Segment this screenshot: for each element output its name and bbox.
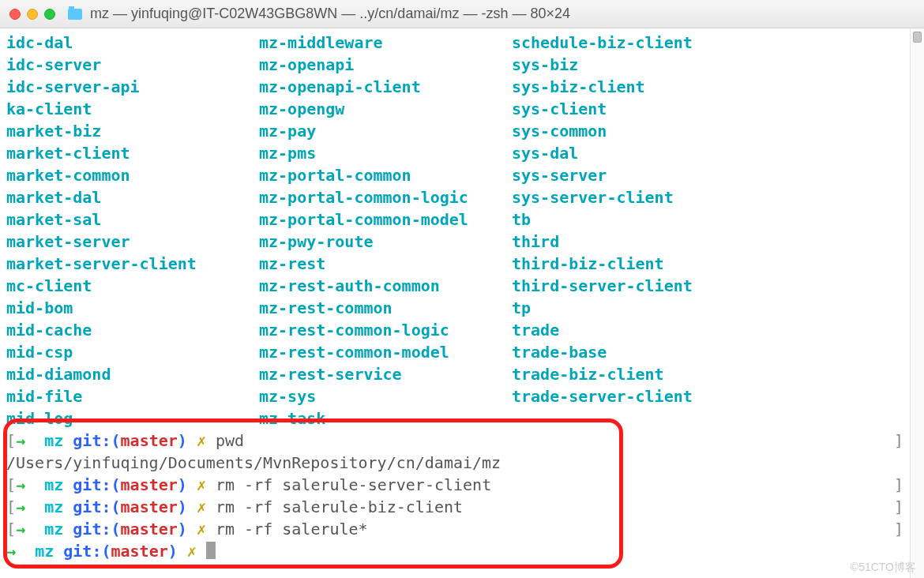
traffic-lights xyxy=(9,9,55,20)
ls-item: mz-rest-common-logic xyxy=(259,319,512,341)
ls-item: sys-client xyxy=(512,98,903,120)
ls-item: sys-biz xyxy=(512,54,903,76)
ls-item: mc-client xyxy=(6,275,259,297)
prompt-line-rm2: [→ mz git:(master) ✗ rm -rf salerule-biz… xyxy=(6,496,903,518)
ls-item xyxy=(512,407,903,430)
ls-item: idc-server-api xyxy=(6,76,259,98)
ls-item: mz-openapi xyxy=(259,54,512,76)
ls-item: schedule-biz-client xyxy=(512,32,903,54)
ls-item: mz-rest-auth-common xyxy=(259,275,512,297)
window-title: mz — yinfuqing@IT-C02W43GBG8WN — ..y/cn/… xyxy=(90,6,570,22)
ls-item: sys-server xyxy=(512,164,903,186)
ls-item: mid-bom xyxy=(6,297,259,319)
terminal-content[interactable]: idc-dalmz-middlewareschedule-biz-clienti… xyxy=(0,28,910,578)
ls-item: sys-server-client xyxy=(512,186,903,208)
ls-output: idc-dalmz-middlewareschedule-biz-clienti… xyxy=(6,32,903,430)
minimize-icon[interactable] xyxy=(27,9,38,20)
ls-item: market-dal xyxy=(6,186,259,208)
zoom-icon[interactable] xyxy=(44,9,55,20)
ls-item: mz-rest-service xyxy=(259,363,512,385)
ls-item: trade-base xyxy=(512,341,903,363)
ls-item: idc-dal xyxy=(6,32,259,54)
ls-item: ka-client xyxy=(6,98,259,120)
folder-icon xyxy=(68,9,82,20)
close-icon[interactable] xyxy=(9,9,21,20)
ls-item: mz-rest-common-model xyxy=(259,341,512,363)
scroll-thumb[interactable] xyxy=(913,32,922,43)
ls-item: mid-cache xyxy=(6,319,259,341)
ls-item: mz-portal-common-logic xyxy=(259,186,512,208)
ls-item: market-server-client xyxy=(6,253,259,275)
window-titlebar: mz — yinfuqing@IT-C02W43GBG8WN — ..y/cn/… xyxy=(0,0,924,28)
ls-item: mz-pms xyxy=(259,142,512,164)
ls-item: idc-server xyxy=(6,54,259,76)
ls-item: mz-pwy-route xyxy=(259,231,512,253)
ls-item: mz-openapi-client xyxy=(259,76,512,98)
ls-item: market-common xyxy=(6,164,259,186)
ls-item: sys-dal xyxy=(512,142,903,164)
ls-item: mz-middleware xyxy=(259,32,512,54)
ls-item: market-biz xyxy=(6,120,259,142)
ls-item: third-server-client xyxy=(512,275,903,297)
scrollbar[interactable] xyxy=(910,28,924,578)
ls-item: mz-portal-common-model xyxy=(259,208,512,231)
prompt-line-pwd: [→ mz git:(master) ✗ pwd] xyxy=(6,430,903,452)
ls-item: mz-portal-common xyxy=(259,164,512,186)
ls-item: market-server xyxy=(6,231,259,253)
prompt-line-rm3: [→ mz git:(master) ✗ rm -rf salerule*] xyxy=(6,518,903,540)
ls-item: market-client xyxy=(6,142,259,164)
watermark: ©51CTO博客 xyxy=(851,561,916,575)
ls-item: third-biz-client xyxy=(512,253,903,275)
ls-item: mid-diamond xyxy=(6,363,259,385)
ls-item: third xyxy=(512,231,903,253)
ls-item: mz-rest xyxy=(259,253,512,275)
ls-item: mz-rest-common xyxy=(259,297,512,319)
prompt-section: [→ mz git:(master) ✗ pwd] /Users/yinfuqi… xyxy=(6,430,903,562)
ls-item: tb xyxy=(512,208,903,231)
ls-item: market-sal xyxy=(6,208,259,231)
ls-item: mid-log xyxy=(6,407,259,430)
ls-item: tp xyxy=(512,297,903,319)
prompt-line-rm1: [→ mz git:(master) ✗ rm -rf salerule-ser… xyxy=(6,474,903,496)
ls-item: mid-file xyxy=(6,385,259,407)
ls-item: trade-biz-client xyxy=(512,363,903,385)
cursor-icon xyxy=(206,542,216,559)
ls-item: sys-biz-client xyxy=(512,76,903,98)
ls-item: mid-csp xyxy=(6,341,259,363)
pwd-output: /Users/yinfuqing/Documents/MvnRepository… xyxy=(6,452,903,474)
ls-item: mz-sys xyxy=(259,385,512,407)
prompt-line-cursor[interactable]: → mz git:(master) ✗ xyxy=(6,540,903,562)
ls-item: mz-opengw xyxy=(259,98,512,120)
ls-item: sys-common xyxy=(512,120,903,142)
ls-item: trade-server-client xyxy=(512,385,903,407)
ls-item: mz-task xyxy=(259,407,512,430)
ls-item: mz-pay xyxy=(259,120,512,142)
ls-item: trade xyxy=(512,319,903,341)
